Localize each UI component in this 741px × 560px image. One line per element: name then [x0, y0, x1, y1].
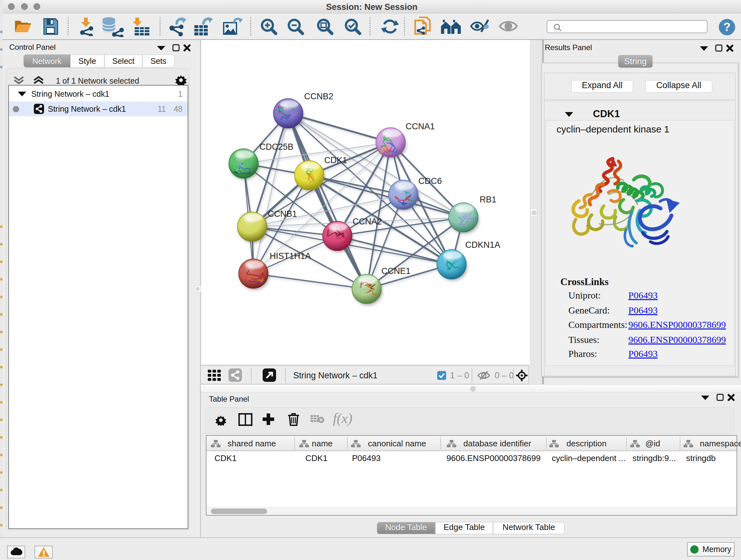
svg-text:CCNB2: CCNB2 [304, 91, 333, 101]
svg-text:CDC25B: CDC25B [259, 142, 293, 152]
svg-text:CDC6: CDC6 [418, 176, 442, 186]
svg-text:?: ? [724, 20, 731, 34]
svg-text:CDKN1A: CDKN1A [465, 240, 500, 250]
svg-text:CCNA1: CCNA1 [406, 122, 435, 131]
svg-text:HIST1H1A: HIST1H1A [270, 251, 311, 261]
svg-text:CCNB1: CCNB1 [268, 209, 297, 219]
svg-text:CCNE1: CCNE1 [381, 266, 411, 276]
svg-text:RB1: RB1 [480, 195, 496, 204]
svg-text:CDK1: CDK1 [324, 155, 347, 165]
svg-text:CCNA2: CCNA2 [353, 217, 382, 226]
